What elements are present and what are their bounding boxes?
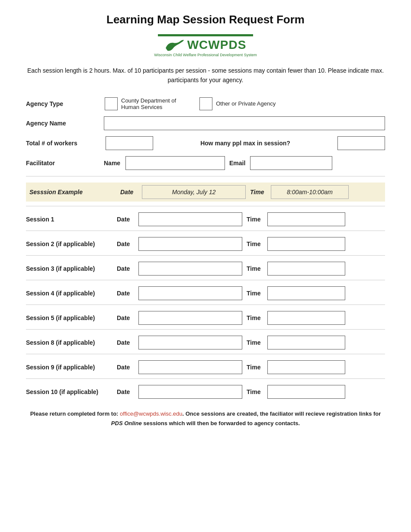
facilitator-name-input[interactable] [125, 156, 225, 170]
session-date-input-5[interactable] [138, 336, 242, 349]
session-divider-2 [26, 280, 385, 280]
agency-type-checkbox2[interactable] [199, 97, 212, 110]
agency-type-label: Agency Type [26, 100, 100, 107]
session-date-input-2[interactable] [138, 262, 242, 276]
sessions-container: Session 1 Date Time Session 2 (if applic… [26, 212, 385, 399]
session-row-4: Session 5 (if applicable) Date Time [26, 311, 385, 325]
agency-name-input[interactable] [104, 116, 385, 130]
how-many-label: How many ppl max in session? [159, 140, 331, 147]
session-row-7: Session 10 (if applicable) Date Time [26, 385, 385, 399]
session-row-1: Session 2 (if applicable) Date Time [26, 237, 385, 251]
session-label-0: Session 1 [26, 216, 112, 223]
session-time-label-7: Time [247, 388, 263, 395]
session-divider-3 [26, 304, 385, 305]
logo-bar [158, 34, 253, 36]
footer-email[interactable]: office@wcwpds.wisc.edu [120, 410, 182, 417]
session-divider-4 [26, 329, 385, 330]
session-date-input-0[interactable] [138, 212, 242, 226]
divider2 [26, 206, 385, 206]
facilitator-name-label: Name [104, 160, 121, 167]
facilitator-row: Facilitator Name Email [26, 156, 385, 170]
footer-prefix: Please return completed form to: [30, 410, 120, 417]
session-time-input-5[interactable] [267, 336, 345, 349]
session-time-label-2: Time [247, 265, 263, 272]
session-label-4: Session 5 (if applicable) [26, 314, 112, 321]
session-date-label-0: Date [117, 216, 134, 223]
session-date-input-1[interactable] [138, 237, 242, 251]
agency-type-option1-label: County Department ofHuman Services [121, 97, 176, 110]
session-date-input-7[interactable] [138, 385, 242, 399]
page-title: Learning Map Session Request Form [26, 13, 385, 26]
session-example-row: Sesssion Example Date Monday, July 12 Ti… [26, 183, 385, 202]
session-date-label-6: Date [117, 364, 134, 371]
session-label-7: Session 10 (if applicable) [26, 388, 112, 395]
session-label-6: Session 9 (if applicable) [26, 364, 112, 371]
session-time-input-7[interactable] [267, 385, 345, 399]
session-date-label-7: Date [117, 388, 134, 395]
session-time-input-1[interactable] [267, 237, 345, 251]
session-label-5: Session 8 (if applicable) [26, 339, 112, 346]
session-example-label: Sesssion Example [29, 189, 116, 195]
session-row-3: Session 4 (if applicable) Date Time [26, 286, 385, 300]
form-section: Agency Type County Department ofHuman Se… [26, 97, 385, 399]
agency-type-option2-group: Other or Private Agency [199, 97, 276, 110]
agency-name-label: Agency Name [26, 120, 100, 127]
session-date-label-3: Date [117, 290, 134, 297]
workers-row: Total # of workers How many ppl max in s… [26, 136, 385, 150]
session-time-input-0[interactable] [267, 212, 345, 226]
logo-subtext: Wisconsin Child Welfare Professional Dev… [154, 53, 257, 57]
session-row-0: Session 1 Date Time [26, 212, 385, 226]
session-label-3: Session 4 (if applicable) [26, 290, 112, 297]
agency-name-row: Agency Name [26, 116, 385, 130]
session-divider-6 [26, 378, 385, 379]
session-date-label-5: Date [117, 339, 134, 346]
session-date-label-4: Date [117, 314, 134, 321]
session-time-input-2[interactable] [267, 262, 345, 276]
logo-bird-icon [165, 38, 184, 51]
intro-text: Each session length is 2 hours. Max. of … [26, 66, 385, 85]
session-time-label-0: Time [247, 216, 263, 223]
footer-middle: . Once sessions are created, the facilia… [183, 410, 381, 417]
footer-italic: PDS Online [111, 420, 142, 426]
session-example-date-value: Monday, July 12 [142, 185, 246, 199]
session-time-input-6[interactable] [267, 360, 345, 374]
logo-area: WCWPDS Wisconsin Child Welfare Professio… [26, 34, 385, 57]
session-time-input-3[interactable] [267, 286, 345, 300]
agency-type-option1-group: County Department ofHuman Services [105, 97, 176, 110]
session-date-input-6[interactable] [138, 360, 242, 374]
agency-type-option2-label: Other or Private Agency [216, 100, 276, 107]
session-label-1: Session 2 (if applicable) [26, 240, 112, 247]
facilitator-email-label: Email [229, 160, 246, 167]
session-example-date-label: Date [120, 189, 138, 195]
session-row-2: Session 3 (if applicable) Date Time [26, 262, 385, 276]
facilitator-email-input[interactable] [250, 156, 332, 170]
session-time-input-4[interactable] [267, 311, 345, 325]
session-time-label-4: Time [247, 314, 263, 321]
session-date-input-3[interactable] [138, 286, 242, 300]
session-example-time-label: Time [250, 189, 267, 195]
session-divider-5 [26, 354, 385, 354]
logo-inner: WCWPDS [165, 38, 247, 52]
max-session-input[interactable] [337, 136, 385, 150]
workers-label: Total # of workers [26, 140, 100, 147]
footer-suffix: sessions which will then be forwarded to… [142, 420, 300, 426]
session-time-label-1: Time [247, 240, 263, 247]
logo-brand: WCWPDS [187, 38, 247, 52]
session-date-label-2: Date [117, 265, 134, 272]
footer-text: Please return completed form to: office@… [26, 409, 385, 428]
agency-type-checkbox1[interactable] [105, 97, 118, 110]
session-date-label-1: Date [117, 240, 134, 247]
session-divider-0 [26, 231, 385, 231]
session-row-6: Session 9 (if applicable) Date Time [26, 360, 385, 374]
session-example-time-value: 8:00am-10:00am [271, 185, 349, 199]
session-divider-1 [26, 255, 385, 256]
workers-input[interactable] [106, 136, 153, 150]
facilitator-label: Facilitator [26, 160, 100, 167]
agency-type-row: Agency Type County Department ofHuman Se… [26, 97, 385, 110]
session-row-5: Session 8 (if applicable) Date Time [26, 336, 385, 349]
session-date-input-4[interactable] [138, 311, 242, 325]
divider1 [26, 176, 385, 176]
session-time-label-6: Time [247, 364, 263, 371]
session-time-label-3: Time [247, 290, 263, 297]
session-time-label-5: Time [247, 339, 263, 346]
